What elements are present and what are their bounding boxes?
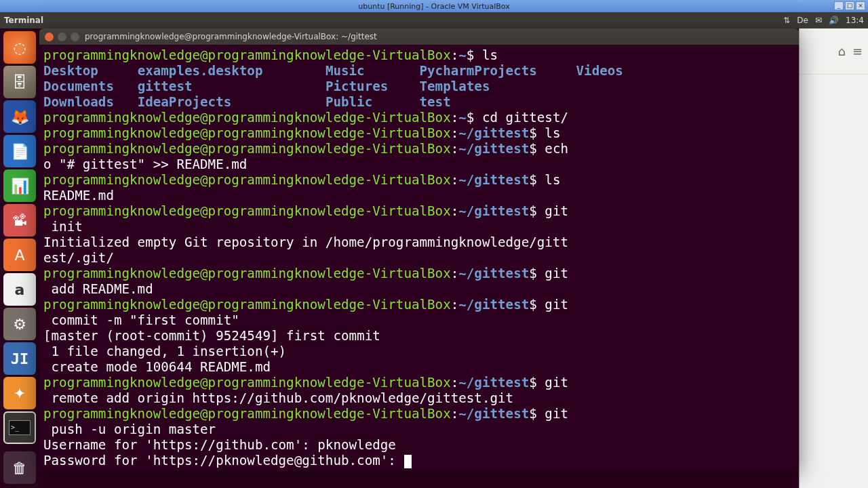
- terminal-window: programmingknowledge@programmingknowledg…: [39, 28, 799, 471]
- vb-minimize-button[interactable]: _: [834, 1, 844, 10]
- unity-launcher: ◌ 🗄 🦊 📄 📊 📽 A a ⚙ JI ✦ >_ 🗑: [0, 28, 39, 488]
- launcher-writer[interactable]: 📄: [3, 135, 36, 167]
- vb-close-button[interactable]: ×: [856, 1, 865, 10]
- launcher-files[interactable]: 🗄: [3, 66, 36, 98]
- ubuntu-desktop: Terminal ⇅ De ✉ 🔊 13:4 ◌ 🗄 🦊 📄 📊 📽 A a ⚙…: [0, 12, 868, 488]
- terminal-window-title: programmingknowledge@programmingknowledg…: [85, 32, 377, 41]
- virtualbox-titlebar: ubuntu [Running] - Oracle VM VirtualBox …: [0, 0, 868, 12]
- spreadsheet-icon: 📊: [11, 178, 29, 195]
- ubuntu-top-panel: Terminal ⇅ De ✉ 🔊 13:4: [0, 12, 868, 28]
- sound-icon[interactable]: 🔊: [829, 16, 839, 25]
- terminal-titlebar[interactable]: programmingknowledge@programmingknowledg…: [39, 28, 799, 45]
- window-minimize-button[interactable]: [58, 33, 66, 41]
- terminal-icon: >_: [9, 420, 31, 435]
- ubuntu-logo-icon: ◌: [13, 39, 26, 56]
- launcher-software-center[interactable]: A: [3, 239, 36, 271]
- launcher-jetbrains[interactable]: JI: [3, 342, 36, 375]
- folder-icon: 🗄: [12, 74, 27, 91]
- launcher-jetbrains-2[interactable]: ✦: [3, 377, 36, 409]
- launcher-settings[interactable]: ⚙: [3, 308, 36, 340]
- virtualbox-window-controls: _ □ ×: [834, 1, 865, 10]
- software-center-icon: A: [14, 247, 24, 264]
- launcher-impress[interactable]: 📽: [3, 204, 36, 237]
- presentation-icon: 📽: [12, 212, 27, 229]
- document-icon: 📄: [11, 143, 29, 160]
- launcher-trash[interactable]: 🗑: [3, 451, 36, 484]
- launcher-calc[interactable]: 📊: [3, 169, 36, 202]
- network-icon[interactable]: ⇅: [783, 16, 790, 25]
- launcher-dash[interactable]: ◌: [3, 31, 36, 64]
- background-window-header: ⌂ ≡: [800, 28, 868, 75]
- hamburger-menu-icon[interactable]: ≡: [852, 44, 863, 58]
- amazon-icon: a: [15, 281, 25, 298]
- system-indicators: ⇅ De ✉ 🔊 13:4: [783, 16, 864, 25]
- keyboard-layout-indicator[interactable]: De: [797, 16, 808, 25]
- launcher-amazon[interactable]: a: [3, 273, 36, 306]
- launcher-firefox[interactable]: 🦊: [3, 100, 36, 133]
- jetbrains-icon: JI: [11, 350, 29, 367]
- background-window: ⌂ ≡: [799, 28, 868, 488]
- window-maximize-button[interactable]: [71, 33, 79, 41]
- active-app-label: Terminal: [4, 16, 43, 25]
- vb-maximize-button[interactable]: □: [845, 1, 854, 10]
- messages-icon[interactable]: ✉: [815, 16, 822, 25]
- window-close-button[interactable]: [45, 33, 54, 41]
- clock[interactable]: 13:4: [846, 16, 864, 25]
- gear-icon: ⚙: [13, 316, 26, 333]
- trash-icon: 🗑: [12, 460, 27, 476]
- home-icon[interactable]: ⌂: [837, 44, 845, 58]
- terminal-output[interactable]: programmingknowledge@programmingknowledg…: [39, 45, 799, 471]
- window-control-buttons: [45, 33, 79, 41]
- virtualbox-title: ubuntu [Running] - Oracle VM VirtualBox: [358, 2, 510, 11]
- launcher-terminal[interactable]: >_: [3, 411, 36, 444]
- firefox-icon: 🦊: [11, 108, 29, 125]
- jetbrains-2-icon: ✦: [14, 385, 26, 402]
